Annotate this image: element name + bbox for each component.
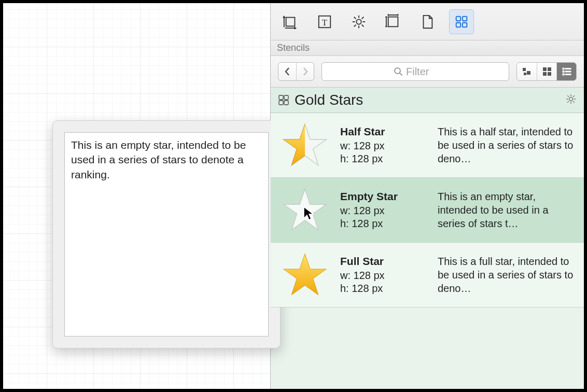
svg-line-50 — [573, 101, 575, 103]
stencil-toolbar — [271, 56, 584, 88]
svg-rect-23 — [456, 22, 460, 26]
app-window: This is an empty star, intended to be us… — [3, 3, 584, 389]
view-mode-list[interactable] — [556, 63, 576, 80]
item-width: w: 128 px — [340, 140, 428, 152]
svg-line-51 — [573, 95, 575, 97]
stencil-settings-button[interactable] — [565, 93, 577, 107]
svg-rect-38 — [563, 74, 564, 75]
svg-rect-32 — [543, 72, 547, 76]
item-name: Half Star — [340, 125, 428, 138]
svg-rect-42 — [279, 101, 283, 105]
svg-marker-57 — [284, 189, 327, 230]
svg-rect-30 — [543, 67, 547, 71]
nav-buttons — [278, 62, 314, 81]
grid-view-icon — [542, 66, 552, 77]
item-name: Empty Star — [340, 190, 428, 203]
view-mode-switcher — [516, 62, 577, 81]
stencil-set-icon — [278, 94, 289, 106]
svg-marker-55 — [284, 124, 327, 165]
svg-point-25 — [395, 68, 400, 74]
item-height: h: 128 px — [340, 218, 428, 230]
text-tab[interactable]: T — [312, 9, 337, 34]
svg-rect-39 — [565, 74, 571, 75]
gear-icon — [351, 14, 367, 30]
geometry-tab[interactable] — [278, 9, 303, 34]
stencils-tab[interactable] — [449, 9, 474, 34]
svg-rect-31 — [548, 67, 551, 71]
svg-line-26 — [400, 73, 402, 76]
svg-line-12 — [362, 17, 364, 19]
item-name: Full Star — [340, 255, 428, 268]
canvas-area[interactable]: This is an empty star, intended to be us… — [3, 3, 270, 389]
svg-marker-58 — [284, 254, 327, 295]
item-width: w: 128 px — [340, 270, 428, 282]
nav-forward-button[interactable] — [296, 63, 314, 80]
stencil-set-title: Gold Stars — [295, 92, 363, 108]
half-star-icon — [281, 121, 329, 169]
empty-star-thumbnail — [279, 184, 331, 236]
item-meta: Empty Star w: 128 px h: 128 px — [340, 190, 428, 230]
item-height: h: 128 px — [340, 153, 428, 165]
chevron-left-icon — [284, 67, 291, 76]
properties-tab[interactable] — [346, 9, 371, 34]
svg-rect-27 — [523, 68, 526, 71]
svg-rect-35 — [565, 68, 571, 69]
svg-rect-33 — [548, 72, 551, 76]
svg-rect-28 — [527, 71, 530, 75]
inspector-panel: T — [270, 3, 584, 389]
canvas-tab[interactable] — [381, 9, 406, 34]
description-popover-text[interactable]: This is an empty star, intended to be us… — [64, 132, 269, 337]
svg-rect-40 — [279, 95, 283, 100]
browser-view-icon — [522, 66, 532, 77]
text-icon: T — [317, 14, 332, 30]
svg-rect-37 — [565, 71, 571, 72]
popover-text: This is an empty star, intended to be us… — [71, 139, 246, 180]
svg-rect-29 — [524, 73, 526, 75]
document-tab[interactable] — [415, 9, 440, 34]
rulers-icon — [283, 14, 298, 30]
full-star-icon — [281, 251, 329, 299]
svg-line-13 — [354, 24, 356, 26]
list-item[interactable]: Half Star w: 128 px h: 128 px This is a … — [271, 113, 584, 178]
view-mode-grid[interactable] — [537, 63, 556, 80]
view-mode-browser[interactable] — [517, 63, 537, 80]
nav-back-button[interactable] — [278, 63, 296, 80]
stencil-set-header[interactable]: Gold Stars — [271, 88, 584, 113]
item-meta: Full Star w: 128 px h: 128 px — [340, 255, 428, 295]
item-description: This is an empty star, intended to be us… — [438, 190, 576, 230]
svg-text:T: T — [322, 17, 328, 27]
section-label: Stencils — [271, 40, 584, 56]
description-popover: This is an empty star, intended to be us… — [52, 120, 281, 348]
filter-input[interactable] — [406, 66, 437, 78]
svg-point-5 — [356, 19, 361, 24]
list-item[interactable]: Empty Star w: 128 px h: 128 px This is a… — [271, 178, 584, 243]
item-meta: Half Star w: 128 px h: 128 px — [340, 125, 428, 165]
svg-line-10 — [354, 17, 356, 19]
svg-rect-43 — [284, 101, 288, 105]
list-view-icon — [562, 66, 572, 77]
empty-star-icon — [281, 186, 329, 234]
item-description: This is a full star, intended to be used… — [438, 255, 576, 295]
size-icon — [385, 14, 401, 30]
stencils-icon — [454, 14, 469, 30]
svg-rect-41 — [284, 95, 288, 100]
filter-field[interactable] — [322, 62, 509, 81]
stencil-list: Half Star w: 128 px h: 128 px This is a … — [271, 113, 584, 389]
list-item[interactable]: Full Star w: 128 px h: 128 px This is a … — [271, 243, 584, 307]
svg-rect-24 — [463, 22, 467, 26]
inspector-tab-bar: T — [271, 3, 584, 40]
item-width: w: 128 px — [340, 205, 428, 217]
svg-rect-21 — [456, 16, 460, 20]
svg-rect-0 — [286, 17, 295, 26]
search-icon — [394, 67, 403, 76]
svg-rect-22 — [463, 16, 467, 20]
svg-rect-34 — [563, 68, 564, 69]
chevron-right-icon — [302, 67, 309, 76]
svg-rect-36 — [563, 71, 564, 73]
svg-line-11 — [362, 24, 364, 26]
half-star-thumbnail — [279, 119, 331, 171]
svg-rect-14 — [388, 17, 398, 26]
svg-line-52 — [567, 101, 569, 103]
full-star-thumbnail — [279, 249, 331, 301]
page-icon — [420, 14, 435, 30]
